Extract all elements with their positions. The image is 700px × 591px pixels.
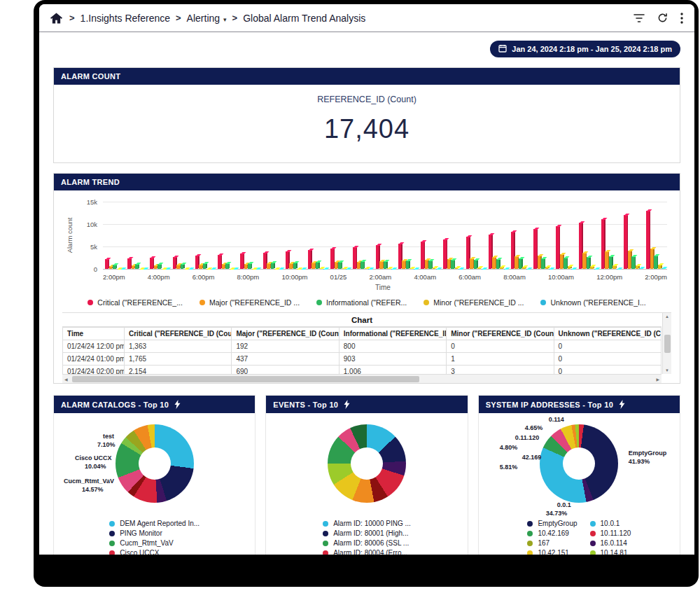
lightning-icon [174, 400, 181, 409]
table-column-header: Major ("REFERENCE_ID (Count)") [232, 328, 339, 340]
system-ip-header: SYSTEM IP ADDRESSES - Top 10 [479, 396, 680, 413]
legend-item[interactable]: 10.42.151 [527, 549, 577, 555]
legend-label: Informational ("REFER... [326, 298, 407, 307]
breadcrumb-item-insights-reference[interactable]: 1.Insights Reference [80, 13, 170, 24]
alarm-catalogs-donut-region: test7.10%Cisco UCCX10.04%Cucm_Rtmt_VaV14… [54, 416, 255, 518]
filter-icon[interactable] [634, 13, 645, 23]
y-tick-label: 5k [90, 242, 97, 250]
legend-item-minor[interactable]: Minor ("REFERENCE_ID ... [424, 298, 524, 307]
legend-item[interactable]: Alarm ID: 80001 (High... [323, 529, 411, 537]
alarm-trend-header: ALARM TREND [54, 174, 680, 190]
scroll-down-arrow[interactable]: ▼ [665, 368, 669, 373]
trend-bar-group [398, 202, 417, 269]
legend-item[interactable]: 167 [527, 539, 577, 547]
legend-item[interactable]: Cisco UCCX [109, 549, 200, 555]
table-vertical-scrollbar[interactable]: ▲ ▼ [662, 313, 671, 374]
metric-value: 17,404 [54, 114, 680, 144]
legend-item-critical[interactable]: Critical ("REFERENCE_... [88, 298, 183, 307]
date-range-picker[interactable]: Jan 24, 2024 2:18 pm - Jan 25, 2024 2:18… [490, 41, 680, 57]
legend-item-major[interactable]: Major ("REFERENCE_ID ... [200, 298, 300, 307]
trend-bar-group [489, 202, 507, 269]
legend-item[interactable]: Cucm_Rtmt_VaV [109, 539, 200, 547]
bar-minor [477, 267, 481, 269]
bar-informational [248, 263, 251, 269]
kebab-menu-icon[interactable] [680, 13, 683, 24]
bar-critical [533, 229, 537, 269]
system-ip-title: SYSTEM IP ADDRESSES - Top 10 [486, 401, 613, 409]
bar-major [357, 262, 360, 269]
legend-label: Cucm_Rtmt_VaV [120, 539, 174, 547]
system-ip-donut-region: 0.1144.65%0.11.1204.80%42.1695.81%EmptyG… [479, 416, 680, 518]
legend-dot [323, 521, 328, 527]
alarm-catalogs-panel: ALARM CATALOGS - Top 10 test7.10%Cisco U… [53, 395, 255, 555]
breadcrumb-separator: > [69, 13, 75, 23]
events-donut-chart[interactable] [328, 424, 406, 503]
table-cell: 01/24/24 02:00 pm [63, 366, 125, 375]
vertical-scroll-thumb[interactable] [664, 335, 671, 353]
table-cell: 690 [232, 366, 339, 375]
bar-major [514, 256, 518, 269]
scroll-up-arrow[interactable]: ▲ [665, 314, 669, 319]
bar-minor [658, 265, 662, 269]
bar-informational [271, 263, 274, 269]
alarm-count-body: REFERENCE_ID (Count) 17,404 [54, 85, 680, 162]
table-column-header: Unknown ("REFERENCE_ID (Count)") [554, 328, 661, 340]
donut-label: 34.73% [546, 510, 568, 517]
legend-dot [590, 550, 596, 555]
bar-unknown [662, 268, 665, 269]
scroll-right-arrow[interactable]: ▶ [656, 377, 659, 382]
events-header: EVENTS - Top 10 [266, 396, 467, 413]
legend-item[interactable]: EmptyGroup [527, 520, 577, 527]
legend-label: Alarm ID: 80004 (Erro... [333, 549, 407, 555]
donut-label: 0.11.120 [515, 434, 540, 441]
bar-critical [443, 239, 447, 269]
home-icon[interactable] [50, 13, 62, 24]
legend-item[interactable]: 10.0.1 [590, 520, 631, 527]
bar-informational [609, 256, 612, 269]
legend-dot [200, 300, 205, 305]
legend-item[interactable]: DEM Agent Reported In... [109, 520, 200, 527]
horizontal-scroll-thumb[interactable] [72, 376, 419, 382]
table-cell: 903 [339, 353, 446, 366]
x-tick-label: 12:00pm [596, 273, 622, 281]
system-ip-donut-chart[interactable] [540, 424, 618, 503]
trend-bar-group [511, 202, 530, 269]
bar-major [425, 260, 428, 269]
bar-critical [127, 258, 131, 269]
legend-item[interactable]: Alarm ID: 80006 (SSL ... [323, 539, 411, 547]
events-title: EVENTS - Top 10 [273, 401, 338, 409]
breadcrumb-item-alerting-dropdown[interactable]: Alerting▾ [187, 13, 227, 24]
alarm-catalogs-donut-chart[interactable] [115, 424, 194, 503]
table-cell: 437 [232, 353, 339, 366]
donut-label: 42.169 [522, 454, 542, 461]
legend-item[interactable]: Alarm ID: 10000 PING ... [323, 520, 411, 527]
bar-informational [181, 264, 184, 269]
bar-major [267, 263, 270, 269]
legend-item[interactable]: 10.11.120 [590, 529, 631, 537]
trend-bar-group [601, 202, 620, 269]
legend-item[interactable]: 10.14.81 [590, 549, 631, 555]
donut-label: 0.0.1 [557, 501, 571, 508]
legend-item[interactable]: Alarm ID: 80004 (Erro... [323, 549, 411, 555]
bar-informational [587, 257, 590, 269]
scroll-left-arrow[interactable]: ◀ [64, 377, 68, 382]
legend-item[interactable]: 16.0.114 [590, 539, 631, 547]
refresh-icon[interactable] [657, 13, 668, 23]
table-cell: 0 [447, 340, 554, 353]
x-tick-label: 8:00am [503, 273, 526, 281]
legend-item-informational[interactable]: Informational ("REFER... [316, 298, 407, 307]
trend-bar-group [173, 202, 192, 269]
bar-informational [654, 256, 657, 269]
legend-dot [323, 531, 328, 536]
legend-label: Alarm ID: 10000 PING ... [333, 520, 411, 527]
breadcrumb-item-alerting-label: Alerting [187, 13, 220, 24]
legend-item[interactable]: 10.42.169 [527, 529, 577, 537]
donut-label: 0.114 [549, 416, 564, 423]
alarm-trend-body: Alarm count 15k10k5k0 2:00pm4:00pm6:00pm… [54, 190, 680, 383]
legend-item[interactable]: PING Monitor [109, 529, 200, 537]
bar-major [312, 263, 315, 269]
bar-major [470, 258, 473, 269]
legend-item-unknown[interactable]: Unknown ("REFERENCE_I... [540, 298, 645, 307]
table-horizontal-scrollbar[interactable]: ◀ ▶ [62, 374, 662, 383]
bar-minor [590, 266, 594, 269]
